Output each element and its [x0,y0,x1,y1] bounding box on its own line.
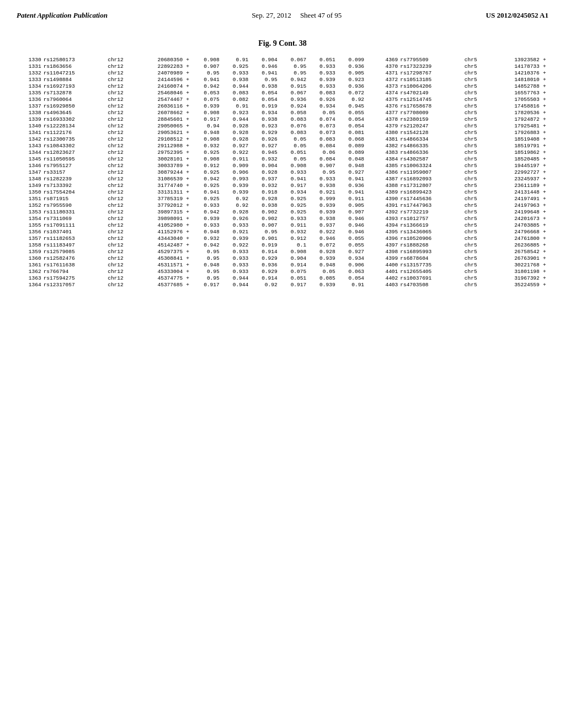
left-c4: 0.1 [279,242,307,248]
left-c6: 0.923 [337,76,365,83]
table-row: 1347 rs33157 chr12 30879244 + 0.925 0.90… [17,169,548,175]
right-chr: chr5 [463,69,494,76]
left-c4: 0.95 [279,63,307,69]
left-c2: 0.939 [221,189,249,195]
right-pos: 35224559 [494,281,541,288]
left-c2: 0.92 [221,195,249,202]
left-c6: 0.055 [337,242,365,248]
left-pos: 24144596 [137,76,184,83]
right-sign: + [541,83,548,89]
left-c6: 0.906 [337,261,365,268]
left-pos: 29108512 [137,136,184,142]
left-c1: 0.908 [191,156,220,162]
left-c6: 0.907 [337,208,365,215]
right-sign: + [541,142,548,149]
left-c2: 0.923 [221,109,249,116]
left-c1: 0.925 [191,149,220,156]
left-pos: 37785319 [137,195,184,202]
left-pos: 29050065 [137,122,184,129]
left-rs: rs17594275 [42,275,107,281]
left-c1: 0.941 [191,76,220,83]
left-pos: 25474467 [137,96,184,103]
left-pos: 45377685 [137,281,184,288]
left-rs: rs10843302 [42,142,107,149]
table-row: 1359 rs12579085 chr12 45297375 + 0.95 0.… [17,248,548,255]
left-c4: 0.941 [279,175,307,182]
right-idx: 4397 [374,242,399,248]
left-c5: 0.933 [307,63,336,69]
left-c6: 0.927 [337,169,365,175]
left-c3: 0.945 [249,149,278,156]
left-c4: 0.05 [279,136,307,142]
right-pos: 14210376 [494,69,541,76]
right-idx: 4384 [374,156,399,162]
left-idx: 1348 [17,175,42,182]
right-chr: chr5 [463,235,494,242]
right-sign: + [541,255,548,261]
right-sign: + [541,169,548,175]
left-rs: rs7960064 [42,96,107,103]
left-c2: 0.944 [221,281,249,288]
right-sign: + [541,268,548,275]
left-c2: 0.933 [221,69,249,76]
right-sign: + [541,89,548,96]
left-pos: 41052980 [137,222,184,228]
left-c4: 0.933 [279,215,307,222]
left-c5: 0.073 [307,122,336,129]
left-c3: 0.919 [249,242,278,248]
left-c2: 0.922 [221,242,249,248]
left-c1: 0.908 [191,109,220,116]
header-publication: Patent Application Publication [17,11,108,20]
left-sign: + [184,255,191,261]
left-idx: 1336 [17,96,42,103]
left-c3: 0.936 [249,261,278,268]
left-c3: 0.938 [249,202,278,208]
left-c4: 0.933 [279,169,307,175]
left-pos: 22892283 [137,63,184,69]
left-c5: 0.95 [307,169,336,175]
right-chr: chr5 [463,116,494,122]
right-rs: rs2380159 [399,116,463,122]
right-chr: chr5 [463,149,494,156]
right-sign: + [541,136,548,142]
right-chr: chr5 [463,228,494,235]
left-rs: rs4963645 [42,109,107,116]
right-chr: chr5 [463,56,494,63]
right-idx: 4375 [374,96,399,103]
left-chr: chr12 [106,255,137,261]
right-pos: 26758542 [494,248,541,255]
right-chr: chr5 [463,222,494,228]
left-idx: 1346 [17,162,42,169]
left-idx: 1357 [17,235,42,242]
right-idx: 4403 [374,281,399,288]
left-c6: 0.936 [337,182,365,189]
left-c6: 0.068 [337,136,365,142]
left-c6: 0.072 [337,89,365,96]
left-pos: 45142487 [137,242,184,248]
left-idx: 1350 [17,189,42,195]
right-rs: rs17312807 [399,182,463,189]
left-rs: rs11182653 [42,235,107,242]
right-pos: 24197491 [494,195,541,202]
left-sign: + [184,248,191,255]
left-c6: 0.92 [337,96,365,103]
right-idx: 4374 [374,89,399,96]
left-c4: 0.908 [279,162,307,169]
left-c1: 0.917 [191,116,220,122]
table-row: 1330 rs12580173 chr12 20680350 + 0.908 0… [17,56,548,63]
left-pos: 31086539 [137,175,184,182]
left-c5: 0.934 [307,103,336,109]
right-chr: chr5 [463,242,494,248]
left-rs: rs1037401 [42,228,107,235]
left-rs: rs7133392 [42,182,107,189]
left-rs: rs7132878 [42,89,107,96]
right-sign: + [541,63,548,69]
right-rs: rs4702149 [399,89,463,96]
left-c3: 0.92 [249,281,278,288]
left-c1: 0.942 [191,83,220,89]
left-c3: 0.918 [249,189,278,195]
left-chr: chr12 [106,202,137,208]
left-c2: 0.944 [221,275,249,281]
right-pos: 16557763 [494,89,541,96]
left-c5: 0.999 [307,195,336,202]
